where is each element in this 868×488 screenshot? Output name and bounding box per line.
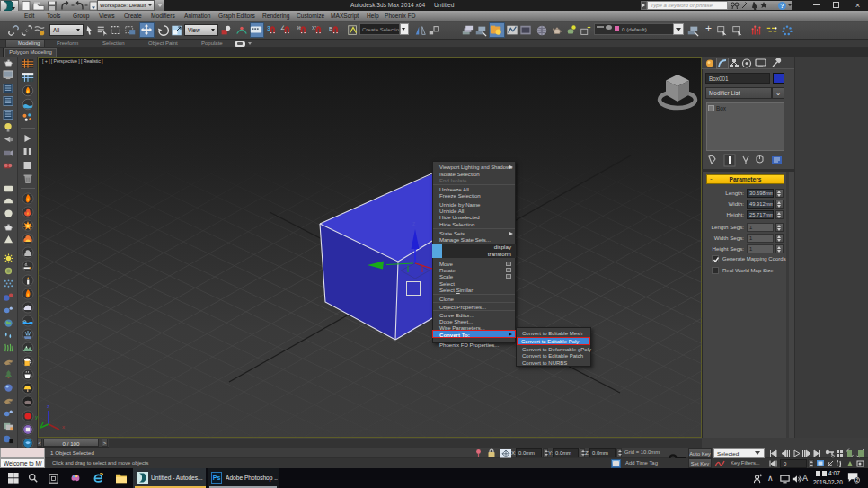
svg-text:2: 2 — [855, 477, 858, 483]
svg-text:z: z — [47, 404, 49, 409]
svg-text:x: x — [62, 424, 65, 430]
svg-text:y: y — [35, 414, 38, 420]
svg-text:z: z — [412, 220, 415, 226]
svg-text:3: 3 — [267, 25, 270, 31]
svg-text:B: B — [329, 25, 332, 31]
